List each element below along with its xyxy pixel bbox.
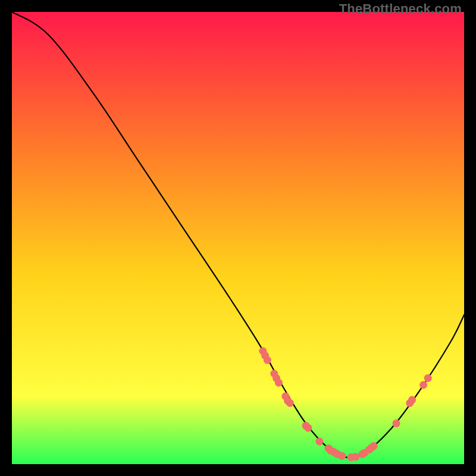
data-point: [304, 424, 312, 432]
data-point: [315, 438, 323, 446]
bottleneck-chart: [12, 12, 464, 464]
data-point: [264, 356, 271, 364]
gradient-background: [12, 12, 464, 464]
data-point: [393, 419, 400, 427]
data-point: [419, 381, 427, 389]
data-point: [370, 442, 378, 450]
data-point: [408, 396, 416, 404]
chart-frame: [12, 12, 464, 464]
data-point: [286, 399, 294, 407]
data-point: [275, 379, 283, 387]
data-point: [424, 374, 432, 382]
watermark-text: TheBottleneck.com: [339, 1, 462, 17]
data-point: [338, 452, 346, 460]
data-point: [352, 453, 359, 461]
